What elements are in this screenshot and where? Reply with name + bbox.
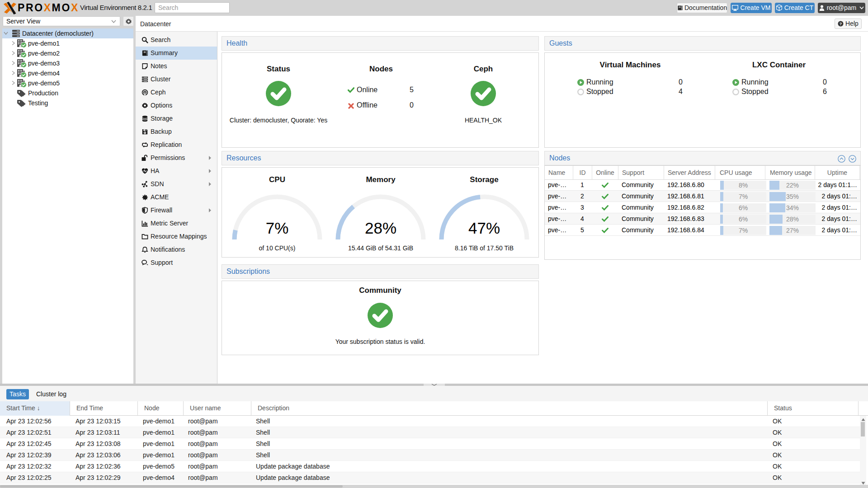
svg-text:?: ? bbox=[840, 22, 842, 26]
